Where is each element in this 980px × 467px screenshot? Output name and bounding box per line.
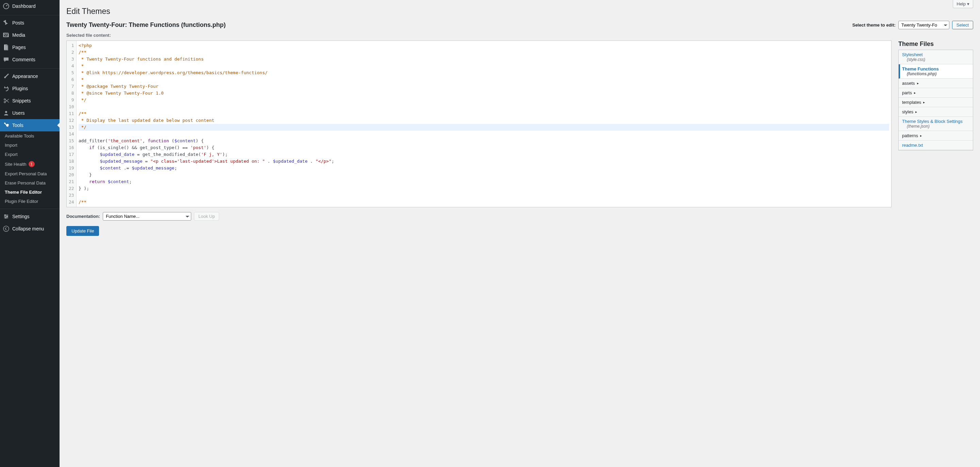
line-number: 9 (69, 97, 74, 104)
file-item-templates[interactable]: templates (899, 98, 973, 107)
help-tab[interactable]: Help ▾ (953, 0, 973, 8)
line-number: 10 (69, 104, 74, 110)
menu-item-snippets[interactable]: Snippets (0, 95, 60, 107)
menu-label: Plugins (12, 86, 28, 91)
code-content[interactable]: <?php /** * Twenty Twenty-Four functions… (76, 41, 891, 207)
media-icon (3, 32, 10, 38)
function-select[interactable]: Function Name... (103, 212, 191, 221)
file-item-styles[interactable]: styles (899, 107, 973, 117)
line-number: 7 (69, 83, 74, 90)
file-item-readme-txt[interactable]: readme.txt (899, 140, 973, 150)
line-number: 1 (69, 42, 74, 49)
line-gutter: 1234567891011121314151617181920212223242… (67, 41, 76, 207)
menu-label: Pages (12, 45, 26, 50)
code-line: * (79, 63, 84, 69)
submenu-item-available-tools[interactable]: Available Tools (0, 131, 60, 140)
menu-label: Tools (12, 123, 24, 128)
file-item-theme-styles-block-settings[interactable]: Theme Styles & Block Settings(theme.json… (899, 117, 973, 131)
menu-label: Users (12, 110, 25, 116)
menu-label: Settings (12, 214, 30, 219)
menu-item-tools[interactable]: Tools (0, 119, 60, 131)
theme-select[interactable]: Twenty Twenty-Fo (898, 21, 950, 29)
line-number: 4 (69, 63, 74, 69)
scissors-icon (3, 97, 10, 104)
svg-point-8 (5, 214, 6, 216)
code-line: $content .= $updated_message; (79, 166, 177, 171)
submenu-item-import[interactable]: Import (0, 140, 60, 150)
code-line: * Register block styles. (79, 206, 145, 207)
menu-item-users[interactable]: Users (0, 107, 60, 119)
code-line: $updated_date = get_the_modified_date('F… (79, 152, 228, 157)
line-number: 18 (69, 158, 74, 165)
file-item-assets[interactable]: assets (899, 79, 973, 88)
submenu-label: Import (5, 143, 18, 148)
submenu-label: Erase Personal Data (5, 180, 46, 185)
menu-item-collapse-menu[interactable]: Collapse menu (0, 223, 60, 235)
select-button[interactable]: Select (952, 21, 973, 29)
menu-label: Collapse menu (12, 226, 44, 231)
file-label: readme.txt (902, 143, 923, 148)
menu-label: Media (12, 32, 25, 38)
menu-item-dashboard[interactable]: Dashboard (0, 0, 60, 12)
line-number: 19 (69, 165, 74, 172)
line-number: 3 (69, 56, 74, 63)
selected-file-label: Selected file content: (66, 33, 973, 38)
menu-item-comments[interactable]: Comments (0, 53, 60, 66)
code-editor[interactable]: 1234567891011121314151617181920212223242… (66, 40, 891, 207)
submenu-item-export[interactable]: Export (0, 150, 60, 159)
file-item-theme-functions[interactable]: Theme Functions(functions.php) (899, 64, 973, 79)
line-number: 13 (69, 124, 74, 131)
svg-point-9 (6, 216, 8, 217)
submenu-item-theme-file-editor[interactable]: Theme File Editor (0, 188, 60, 197)
code-line: <?php (79, 43, 92, 48)
submenu-item-export-personal-data[interactable]: Export Personal Data (0, 169, 60, 179)
submenu-label: Available Tools (5, 134, 34, 139)
svg-point-10 (5, 217, 6, 218)
code-line: * Twenty Twenty-Four functions and defin… (79, 56, 204, 62)
submenu-label: Export (5, 152, 18, 157)
code-line: /** (79, 50, 86, 55)
brush-icon (3, 73, 10, 80)
file-item-parts[interactable]: parts (899, 88, 973, 98)
admin-sidebar: DashboardPostsMediaPagesCommentsAppearan… (0, 0, 60, 467)
code-line: /** (79, 111, 86, 116)
line-number: 15 (69, 137, 74, 144)
file-item-stylesheet[interactable]: Stylesheet(style.css) (899, 50, 973, 64)
file-label: Stylesheet (902, 52, 923, 57)
line-number: 21 (69, 179, 74, 185)
plug-icon (3, 85, 10, 92)
file-desc: (theme.json) (907, 124, 969, 129)
comment-icon (3, 56, 10, 63)
theme-file-tree: Stylesheet(style.css)Theme Functions(fun… (898, 50, 973, 150)
update-file-button[interactable]: Update File (66, 226, 99, 236)
menu-item-appearance[interactable]: Appearance (0, 70, 60, 82)
menu-item-pages[interactable]: Pages (0, 41, 60, 53)
code-line: * @since Twenty Twenty-Four 1.0 (79, 91, 164, 96)
line-number: 14 (69, 131, 74, 137)
menu-label: Snippets (12, 98, 30, 104)
menu-item-posts[interactable]: Posts (0, 17, 60, 29)
file-item-patterns[interactable]: patterns (899, 131, 973, 140)
code-line: } (79, 172, 92, 177)
code-line: */ (79, 97, 86, 102)
documentation-label: Documentation: (66, 214, 100, 219)
page-icon (3, 44, 10, 51)
menu-item-settings[interactable]: Settings (0, 210, 60, 223)
submenu-item-site-health[interactable]: Site Health1 (0, 159, 60, 169)
code-line: $updated_message = "<p class='last-updat… (79, 159, 334, 164)
menu-item-plugins[interactable]: Plugins (0, 82, 60, 95)
menu-item-media[interactable]: Media (0, 29, 60, 41)
line-number: 8 (69, 90, 74, 97)
menu-label: Comments (12, 57, 35, 62)
lookup-button[interactable]: Look Up (194, 212, 219, 221)
file-label: Theme Styles & Block Settings (902, 119, 963, 124)
svg-point-11 (3, 226, 9, 231)
line-number: 6 (69, 76, 74, 83)
svg-point-4 (5, 111, 7, 113)
line-number: 5 (69, 69, 74, 76)
submenu-item-erase-personal-data[interactable]: Erase Personal Data (0, 179, 60, 188)
code-line: * Display the last updated date below po… (79, 118, 215, 123)
submenu-item-plugin-file-editor[interactable]: Plugin File Editor (0, 197, 60, 206)
file-label: assets (902, 81, 915, 86)
menu-separator (0, 207, 60, 209)
